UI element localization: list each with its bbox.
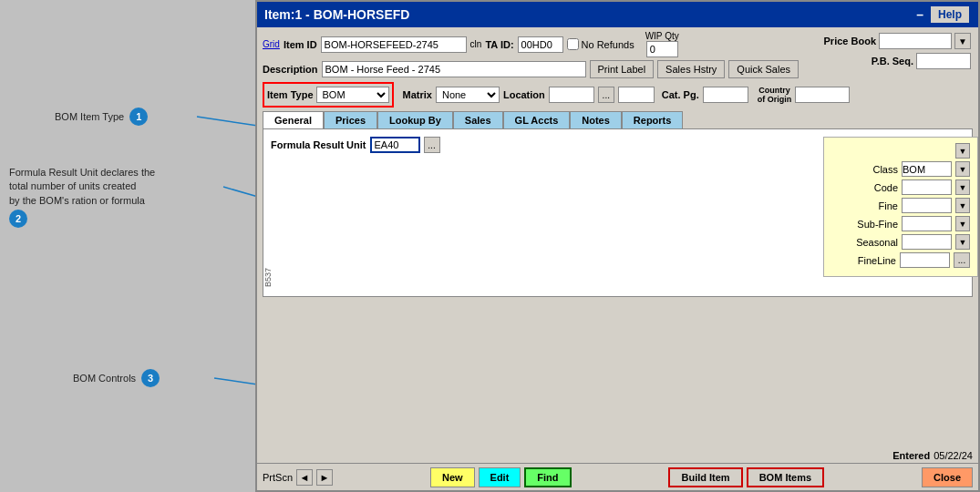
sub-fine-dropdown[interactable]: ▼ [955, 216, 970, 231]
entered-label: Entered [892, 450, 930, 461]
annotation-bubble-3: 3 [141, 369, 160, 387]
print-label-button[interactable]: Print Label [590, 60, 655, 78]
class-panel: ▼ Class ▼ Code ▼ Fine ▼ Sub-Fine ▼ Seaso… [823, 137, 978, 277]
rotated-label: B537 [263, 268, 273, 287]
fineline-row: FineLine ... [831, 252, 970, 268]
seasonal-row: Seasonal ▼ [831, 234, 970, 250]
tab-general[interactable]: General [263, 111, 324, 128]
wip-qty-label: WIP Qty [645, 31, 679, 41]
formula-result-label: Formula Result Unit [271, 139, 366, 150]
code-row: Code ▼ [831, 179, 970, 195]
code-label: Code [874, 182, 898, 193]
fine-dropdown[interactable]: ▼ [955, 198, 970, 213]
pb-seq-input[interactable] [916, 53, 971, 69]
window-title: Item:1 - BOM-HORSEFD [264, 7, 409, 22]
main-window: Item:1 - BOM-HORSEFD – Help Grid Item ID… [255, 0, 980, 492]
seasonal-dropdown[interactable]: ▼ [955, 234, 970, 250]
tab-gl-accts[interactable]: GL Accts [503, 111, 571, 128]
wip-qty-group: WIP Qty [645, 31, 679, 57]
formula-result-input[interactable] [370, 137, 420, 153]
code-dropdown[interactable]: ▼ [955, 179, 970, 195]
country-origin-input[interactable] [795, 87, 850, 103]
nav-forward-button[interactable]: ► [316, 469, 333, 486]
pb-seq-label: P.B. Seq. [872, 56, 913, 67]
minimize-btn[interactable]: – [916, 7, 923, 22]
annotation-3: BOM Controls 3 [73, 369, 160, 387]
prtscn-label: PrtScn [263, 472, 293, 483]
cat-pg-input[interactable] [703, 87, 748, 103]
nav-back-button[interactable]: ◄ [296, 469, 313, 486]
matrix-label: Matrix [403, 89, 432, 100]
annotation-text-1: BOM Item Type [55, 111, 124, 122]
close-button[interactable]: Close [922, 467, 973, 487]
location-ellipsis[interactable]: ... [598, 87, 614, 103]
sub-fine-input[interactable] [902, 216, 952, 231]
edit-button[interactable]: Edit [479, 467, 521, 487]
ta-id-input[interactable] [518, 36, 563, 53]
class-label: Class [872, 164, 898, 175]
location-label: Location [503, 89, 545, 100]
annotation-bubble-1: 1 [129, 108, 148, 126]
tabs-row: General Prices Lookup By Sales GL Accts … [263, 111, 973, 128]
price-book-input[interactable] [879, 33, 952, 49]
bottom-area: Entered 05/22/24 [257, 448, 978, 463]
tab-lookup-by[interactable]: Lookup By [377, 111, 453, 128]
sub-fine-row: Sub-Fine ▼ [831, 216, 970, 231]
sales-hstry-button[interactable]: Sales Hstry [657, 60, 725, 78]
find-button[interactable]: Find [524, 467, 571, 487]
fine-input[interactable] [902, 198, 952, 213]
title-bar: Item:1 - BOM-HORSEFD – Help [257, 2, 978, 27]
grid-label: Grid [263, 39, 280, 49]
location-input[interactable] [549, 87, 594, 103]
fineline-ellipsis[interactable]: ... [954, 252, 970, 268]
item-type-label: Item Type [267, 89, 314, 100]
seasonal-input[interactable] [902, 234, 952, 250]
item-type-select[interactable]: BOM Standard Service [316, 87, 389, 103]
code-input[interactable] [902, 179, 952, 195]
annotation-text-2: Formula Result Unit declares the total n… [9, 166, 155, 208]
no-refunds-label: No Refunds [582, 39, 634, 50]
tab-reports[interactable]: Reports [622, 111, 684, 128]
location-extra-input[interactable] [618, 87, 655, 103]
fine-label: Fine [879, 200, 898, 211]
item-id-label: Item ID [284, 39, 317, 50]
formula-result-ellipsis[interactable]: ... [424, 137, 440, 153]
price-book-dropdown[interactable]: ▼ [954, 33, 971, 49]
sub-fine-label: Sub-Fine [857, 219, 898, 230]
annotation-2: Formula Result Unit declares the total n… [9, 166, 155, 228]
price-book-label: Price Book [824, 36, 876, 46]
class-dropdown[interactable]: ▼ [955, 161, 970, 177]
annotation-text-3: BOM Controls [73, 373, 136, 384]
seasonal-label: Seasonal [856, 237, 898, 248]
no-refunds-checkbox[interactable]: No Refunds [567, 38, 634, 50]
item-type-bordered: Item Type BOM Standard Service [263, 82, 394, 108]
country-origin-label: Country of Origin [758, 86, 792, 104]
build-item-button[interactable]: Build Item [668, 467, 742, 487]
annotation-bubble-2: 2 [9, 210, 27, 228]
fine-row: Fine ▼ [831, 198, 970, 213]
fineline-input[interactable] [900, 252, 950, 268]
cat-pg-label: Cat. Pg. [662, 89, 699, 100]
matrix-select[interactable]: None [436, 87, 500, 103]
tab-prices[interactable]: Prices [324, 111, 377, 128]
entered-value: 05/22/24 [934, 450, 973, 461]
description-input[interactable] [322, 61, 586, 77]
item-id-input[interactable] [321, 36, 467, 53]
bom-items-button[interactable]: BOM Items [747, 467, 824, 487]
tab-sales[interactable]: Sales [453, 111, 503, 128]
item-type-section: Item Type BOM Standard Service Matrix No… [263, 82, 973, 108]
help-button[interactable]: Help [929, 5, 971, 25]
annotation-1: BOM Item Type 1 [55, 108, 148, 126]
cln-label: cln [470, 39, 482, 49]
no-refunds-check[interactable] [567, 38, 579, 50]
new-button[interactable]: New [430, 467, 475, 487]
description-row: Description Print Label Sales Hstry Quic… [263, 60, 973, 78]
class-input[interactable] [902, 161, 952, 177]
wip-qty-input[interactable] [646, 41, 678, 57]
fineline-label: FineLine [858, 255, 896, 266]
ta-id-label: TA ID: [485, 39, 513, 50]
class-panel-toggle[interactable]: ▼ [955, 143, 970, 159]
description-label: Description [263, 64, 318, 75]
quick-sales-button[interactable]: Quick Sales [728, 60, 799, 78]
tab-notes[interactable]: Notes [570, 111, 622, 128]
